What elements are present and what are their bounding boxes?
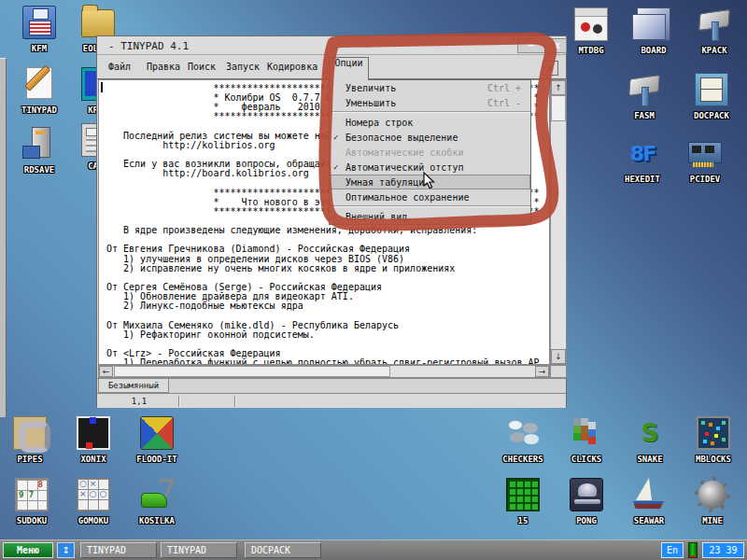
menu-item-label: Умная табуляция [345, 177, 521, 188]
menu-item[interactable]: ✓ Безопасное выделение [330, 130, 530, 145]
desktop-icon[interactable]: KPACK [698, 7, 731, 60]
desktop-icon-image [626, 136, 659, 170]
desktop-icon-image [22, 6, 56, 39]
menu-item[interactable]: Умная табуляция [330, 175, 530, 189]
updown-icon[interactable]: ↕ [57, 542, 75, 558]
desktop-icon[interactable]: SEAWAR [632, 478, 666, 530]
desktop-icon[interactable]: FLOOD-IT [140, 416, 174, 469]
vertical-scroll-thumb[interactable] [551, 95, 566, 121]
desktop-icon-label: FASM [634, 111, 655, 120]
desktop-icon-image [574, 7, 608, 41]
desktop-icon-label: DOCPACK [694, 111, 729, 120]
menubar-item-options[interactable]: Опции [329, 57, 369, 80]
desktop-icon-image [506, 416, 540, 450]
desktop-icon[interactable]: CHECKERS [506, 416, 540, 469]
menu-item[interactable]: Уменьшить Ctrl - [330, 95, 530, 110]
desktop-icon-label: RDSAVE [24, 165, 55, 175]
desktop-icon[interactable]: MTDBG [574, 7, 608, 60]
desktop-icon[interactable]: KOSILKA [140, 478, 174, 530]
horizontal-scrollbar[interactable]: ← → [98, 365, 550, 378]
menu-item[interactable]: ✓ Автоматический отступ [330, 160, 530, 175]
menu-item-shortcut: Ctrl + [487, 83, 521, 93]
task-button[interactable]: TINYPAD [80, 542, 157, 558]
desktop-icon[interactable]: FASM [627, 73, 661, 125]
editor-line: 1) Обновление драйвера для видеокарт ATI… [106, 291, 540, 301]
editor-line [106, 310, 540, 319]
desktop-icon[interactable]: GOMOKU [77, 478, 110, 530]
scroll-left-icon[interactable]: ← [99, 366, 113, 377]
desktop-icon-image [81, 9, 115, 37]
menu-item[interactable]: Автоматические скобки [330, 145, 530, 160]
menu-item[interactable] [330, 110, 530, 115]
scroll-right-icon[interactable]: → [535, 366, 549, 377]
desktop-icon-label: FLOOD-IT [136, 455, 176, 464]
desktop-icon-label: KOSILKA [139, 516, 175, 525]
window-titlebar[interactable]: - TINYPAD 4.1 – x [97, 36, 566, 55]
desktop-icon-image [77, 478, 110, 511]
minimize-button[interactable]: – [517, 38, 545, 53]
menu-item[interactable] [330, 204, 530, 209]
editor-line: 1) Рефакторинг оконной подсистемы. [106, 329, 540, 339]
desktop-icon[interactable]: PONG [570, 478, 603, 530]
menubar-item[interactable]: Поиск [188, 62, 216, 72]
menu-item-label: Внешний вид... [345, 212, 521, 222]
desktop-icon-image [506, 478, 540, 511]
menu-item[interactable]: Оптимальное сохранение [330, 189, 530, 204]
desktop-icon-image [77, 416, 110, 450]
menu-item[interactable]: Внешний вид... [330, 209, 530, 224]
horizontal-scroll-thumb[interactable] [114, 366, 390, 377]
scroll-down-icon[interactable]: ↓ [551, 349, 566, 364]
task-button[interactable]: TINYPAD [161, 542, 237, 558]
statusbar: 1,1 [97, 393, 566, 408]
document-tab[interactable]: Безымянный [98, 379, 169, 393]
menubar-item[interactable]: Правка [147, 62, 180, 72]
menubar-item[interactable]: Запуск [226, 62, 260, 72]
menubar-close-button[interactable]: x [543, 61, 558, 76]
editor-line: От Сергея Семёнова (Serge) - Российская … [106, 282, 540, 291]
desktop-icon-image [698, 7, 731, 41]
desktop-icon-image [140, 416, 174, 450]
desktop-icon[interactable]: XONIX [77, 416, 110, 469]
desktop-icon-image [627, 73, 661, 106]
desktop-icon[interactable]: PIPES [13, 416, 47, 469]
task-button[interactable]: DOCPACK [245, 542, 321, 558]
desktop-icon-image [695, 73, 728, 106]
desktop-icon[interactable]: DOCPACK [695, 73, 728, 125]
desktop-icon[interactable]: TINYPAD [22, 67, 56, 119]
scroll-up-icon[interactable]: ↑ [551, 80, 566, 95]
desktop-icon[interactable]: HEXEDIT [626, 136, 659, 189]
language-indicator[interactable]: En [661, 542, 684, 558]
editor-line: От Михаила Семеняко (mike.dld) - Республ… [106, 320, 540, 329]
desktop-icon[interactable]: MBLOCKS [697, 416, 730, 469]
desktop-icon-label: MINE [702, 516, 723, 525]
vertical-scrollbar[interactable]: ↑ ↓ [550, 79, 567, 365]
clock[interactable]: 23 39 [702, 542, 744, 558]
desktop-icon[interactable]: KFM [22, 6, 56, 58]
desktop-icon[interactable]: SUDOKU [15, 478, 49, 530]
menu-item-label: Автоматический отступ [345, 162, 521, 173]
desktop-icon[interactable]: 15 [506, 478, 540, 530]
editor-line: 2) исправление ну очень многих косяков в… [106, 263, 540, 273]
desktop-icon-label: PONG [576, 516, 597, 525]
desktop-icon-label: SEAWAR [634, 516, 665, 525]
desktop-icon[interactable]: BOARD [637, 7, 670, 60]
status-divider [234, 396, 235, 407]
desktop-icon[interactable]: PCIDEV [688, 136, 722, 189]
menubar-item[interactable]: Кодировка [267, 62, 317, 72]
desktop-icon-image [26, 67, 52, 99]
desktop-icon[interactable]: CLICKS [570, 416, 603, 469]
editor-line: В ядре произведены следующие изменения, … [106, 225, 540, 234]
desktop-icon[interactable]: RDSAVE [22, 127, 56, 179]
desktop-icon-label: PIPES [17, 455, 42, 464]
desktop-icon-image [15, 478, 49, 511]
close-button[interactable]: x [547, 38, 567, 53]
desktop-icon[interactable]: MINE [696, 478, 729, 530]
menu-item[interactable]: Увеличить Ctrl + [330, 80, 530, 95]
checkmark-icon: ✓ [333, 162, 345, 172]
menubar-item[interactable]: Файл [108, 62, 131, 72]
desktop-icon[interactable]: SNAKE [633, 416, 667, 469]
window-title: - TINYPAD 4.1 [108, 40, 189, 52]
start-menu-button[interactable]: Меню [3, 542, 53, 558]
menu-item[interactable]: Номера строк [330, 115, 530, 130]
editor-line [106, 339, 540, 348]
